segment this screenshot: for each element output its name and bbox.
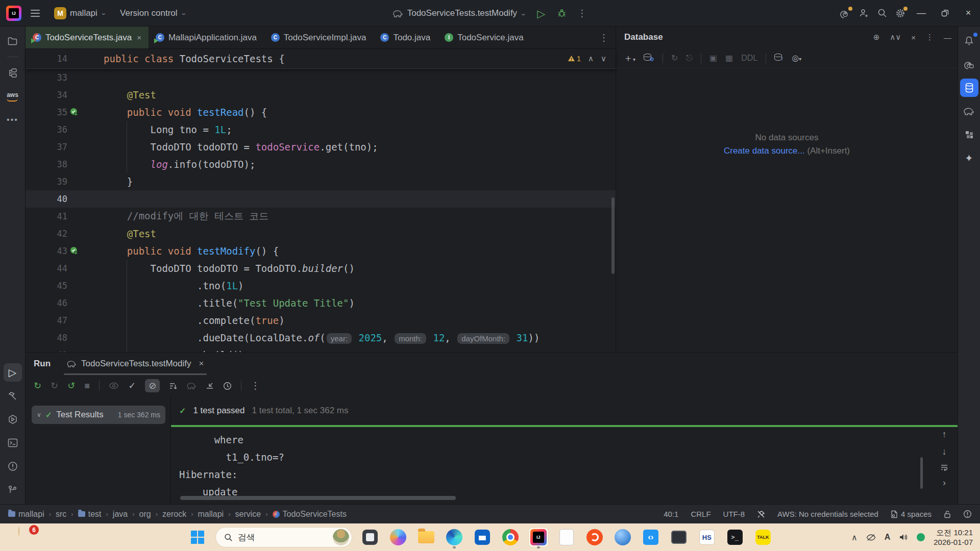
run-configuration-selector[interactable]: TodoServiceTests.testModify ⌄ (389, 5, 530, 21)
build-tool-button[interactable] (4, 387, 22, 405)
notification-app-button[interactable]: 6 (18, 527, 38, 546)
hancom-app-button[interactable]: HS (697, 527, 717, 547)
tray-app-icon[interactable] (917, 533, 925, 541)
code-line[interactable]: 38 log.info(todoDTO); (26, 156, 616, 173)
code-line[interactable]: 41 //modify에 대한 테스트 코드 (26, 208, 616, 225)
close-button[interactable]: × (957, 0, 980, 27)
disconnect-button[interactable]: ⎋ (686, 54, 693, 63)
copilot-app-button[interactable] (388, 527, 408, 547)
aws-tool-button[interactable]: aws (4, 87, 22, 106)
locate-object-icon[interactable]: ⊕ (873, 33, 880, 42)
notifications-button[interactable] (960, 32, 978, 50)
editor-tab[interactable]: CTodo.java (373, 27, 437, 48)
console-output[interactable]: where t1_0.tno=?Hibernate: update (171, 427, 958, 500)
close-tab-icon[interactable]: × (199, 359, 204, 369)
encoding-widget[interactable]: UTF-8 (723, 510, 745, 518)
orange-app-button[interactable] (584, 527, 605, 547)
hide-panel-icon[interactable]: — (944, 33, 951, 42)
error-analysis-widget[interactable] (963, 510, 972, 518)
intellij-taskbar-button[interactable]: IJ (528, 527, 549, 547)
breadcrumb-item[interactable]: org (139, 510, 151, 519)
jump-to-console-button[interactable]: ▣ (709, 53, 717, 63)
show-ignored-button[interactable]: ⊘ (145, 379, 160, 392)
test-console[interactable]: ✓ 1 test passed 1 test total, 1 sec 362 … (171, 396, 958, 504)
editor-tab[interactable]: CTodoServiceTests.java× (26, 27, 149, 48)
more-tool-windows-button[interactable]: ••• (4, 111, 22, 129)
vm-app-button[interactable] (669, 527, 689, 547)
microsoft-store-button[interactable] (472, 527, 493, 547)
watch-options-button[interactable] (109, 382, 119, 389)
breadcrumb-item[interactable]: CTodoServiceTests (273, 510, 347, 519)
code-line[interactable]: 43 public void testModify() { (26, 242, 616, 260)
test-results-row[interactable]: ∨ ✓ Test Results 1 sec 362 ms (32, 406, 165, 424)
breadcrumb-item[interactable]: src (56, 510, 66, 519)
code-line[interactable]: 48 .dueDate(LocalDate.of(year: 2025, mon… (26, 329, 616, 346)
main-menu-button[interactable] (26, 4, 45, 22)
navigate-to-test-button[interactable] (206, 382, 214, 390)
ime-indicator[interactable]: A (885, 533, 891, 542)
ai-assistant-button[interactable] (836, 5, 854, 22)
inspection-warning-widget[interactable]: 1 (568, 54, 581, 63)
chrome-button[interactable] (500, 527, 521, 547)
sort-by-duration-button[interactable] (169, 382, 178, 390)
debug-button[interactable] (552, 5, 571, 22)
kakaotalk-button[interactable]: TALK (753, 527, 773, 547)
breadcrumb-item[interactable]: test (78, 510, 102, 519)
structure-tool-button[interactable] (4, 64, 22, 82)
sticky-header-line[interactable]: 14 public class TodoServiceTests { 1 ∧ ∨ (26, 49, 616, 68)
run-tool-button[interactable]: ▷ (4, 363, 22, 382)
ddl-viewer-button[interactable]: DDL (741, 54, 757, 63)
volume-button[interactable] (899, 533, 908, 541)
start-button[interactable] (187, 527, 208, 547)
code-line[interactable]: 33 (26, 69, 616, 86)
collapse-all-icon[interactable]: × (911, 33, 916, 42)
soft-wrap-icon[interactable] (940, 464, 948, 471)
services-tool-button[interactable] (4, 410, 22, 429)
close-tab-icon[interactable]: × (137, 33, 141, 42)
project-tool-button[interactable] (4, 32, 22, 50)
terminal-app-button[interactable]: >_ (725, 527, 745, 547)
search-everywhere-button[interactable] (873, 5, 891, 22)
file-explorer-button[interactable] (416, 527, 436, 547)
show-passed-button[interactable]: ✓ (128, 380, 136, 391)
minimize-button[interactable]: — (910, 0, 933, 27)
git-tool-button[interactable] (4, 481, 22, 499)
breadcrumb-item[interactable]: java (113, 510, 128, 519)
gradle-tool-button[interactable] (960, 102, 978, 120)
more-actions-button[interactable]: ⋮ (573, 5, 591, 22)
console-vertical-scrollbar[interactable] (920, 457, 923, 489)
line-ending-widget[interactable]: CRLF (691, 510, 710, 518)
run-tab[interactable]: TodoServiceTests.testModify × (64, 353, 207, 375)
run-test-passed-icon[interactable] (70, 108, 79, 117)
code-line[interactable]: 35 public void testRead() { (26, 104, 616, 121)
code-line[interactable]: 39 } (26, 173, 616, 190)
rerun-failed-tests-button[interactable]: ↻ (51, 380, 58, 391)
edge-button[interactable] (444, 527, 464, 547)
hidden-icons-button[interactable] (866, 534, 876, 541)
indent-widget[interactable]: 4 spaces (891, 510, 932, 518)
code-line[interactable]: 44 TodoDTO todoDTO = TodoDTO.builder() (26, 260, 616, 277)
settings-button[interactable] (891, 5, 910, 22)
test-history-button[interactable] (223, 382, 232, 390)
notes-app-button[interactable] (556, 527, 577, 547)
ai-actions-tool-button[interactable]: ✦ (960, 149, 978, 167)
open-table-button[interactable]: ▦ (725, 53, 733, 63)
toggle-auto-test-button[interactable]: ↺ (67, 380, 75, 391)
editor-tab[interactable]: ITodoService.java (437, 27, 530, 48)
vcs-widget[interactable]: Version control ⌄ (115, 4, 191, 22)
scroll-up-icon[interactable]: ↑ (942, 429, 947, 440)
import-export-button[interactable]: ↑ (774, 54, 783, 63)
code-line[interactable]: 42 @Test (26, 225, 616, 242)
dynamic-plugins-tool-button[interactable] (960, 126, 978, 144)
restore-button[interactable] (933, 0, 957, 27)
code-line[interactable]: 37 TodoDTO todoDTO = todoService.get(tno… (26, 138, 616, 156)
breadcrumb-item[interactable]: mallapi (8, 510, 44, 519)
run-button[interactable]: ▷ (532, 5, 550, 22)
terminal-tool-button[interactable] (4, 434, 22, 452)
editor-scrollbar[interactable] (611, 197, 615, 274)
create-data-source-link[interactable]: Create data source... (724, 146, 805, 156)
readonly-toggle-widget[interactable] (944, 510, 951, 518)
project-widget[interactable]: M mallapi ⌄ (49, 4, 111, 22)
code-line[interactable]: 45 .tno(1L) (26, 277, 616, 294)
panel-options-icon[interactable]: ⋮ (926, 33, 934, 42)
